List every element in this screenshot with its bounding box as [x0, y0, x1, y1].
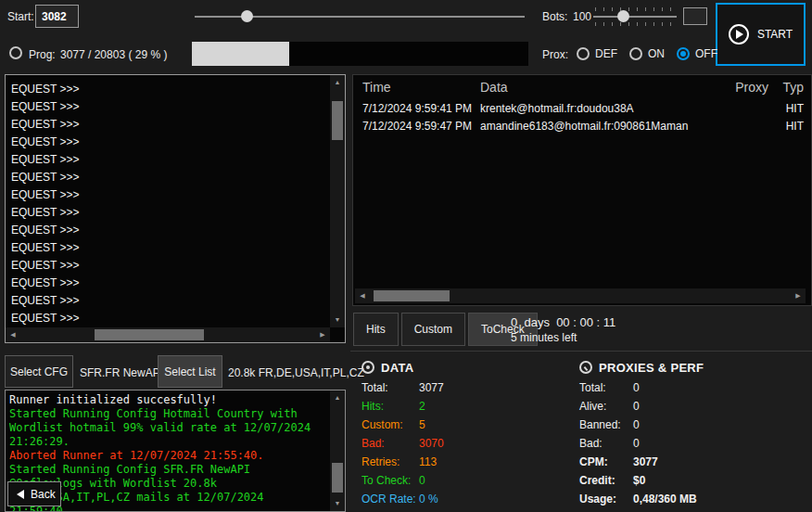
request-list-lines: EQUEST >>>EQUEST >>>EQUEST >>>EQUEST >>>…	[7, 81, 327, 325]
log-vscrollbar[interactable]: ▲ ▼	[330, 390, 345, 511]
stat-alive: Alive:0	[579, 397, 809, 416]
start-slider[interactable]	[195, 6, 525, 27]
request-line[interactable]: EQUEST >>>	[7, 239, 327, 257]
config-name: SFR.FR NewAPI	[80, 366, 163, 379]
request-line[interactable]: EQUEST >>>	[7, 169, 327, 186]
request-line[interactable]: EQUEST >>>	[7, 134, 327, 151]
prox-option-def[interactable]: DEF	[577, 47, 617, 60]
request-line[interactable]: EQUEST >>>	[7, 186, 327, 204]
result-row[interactable]: 7/12/2024 9:59:47 PMamandine6183@hotmail…	[353, 117, 811, 134]
stat-value: 0	[633, 381, 640, 394]
prox-radio-off[interactable]	[677, 47, 690, 60]
bots-slider-thumb[interactable]	[617, 10, 629, 22]
data-panel-title: DATA	[381, 361, 413, 375]
request-line[interactable]: EQUEST >>>	[7, 275, 327, 292]
log-line: Aborted Runner at 12/07/2024 21:55:40.	[9, 449, 326, 463]
scroll-left-icon[interactable]: ◀	[6, 327, 20, 342]
request-line[interactable]: EQUEST >>>	[7, 98, 327, 116]
prox-options: DEFONOFF	[577, 42, 717, 66]
select-list-button[interactable]: Select List	[158, 355, 222, 388]
prox-option-off[interactable]: OFF	[677, 47, 717, 60]
back-button[interactable]: Back	[7, 481, 61, 506]
stat-label: CPM:	[579, 455, 633, 468]
request-list-vscrollbar[interactable]: ▲ ▼	[330, 75, 345, 327]
request-list-hscrollbar[interactable]: ◀ ▶	[6, 327, 330, 342]
prox-label: Prox:	[542, 48, 568, 61]
scroll-up-icon[interactable]: ▲	[330, 75, 345, 90]
prog-radio[interactable]	[9, 46, 22, 59]
back-arrow-icon	[17, 490, 24, 499]
bots-slider[interactable]	[593, 6, 677, 27]
select-cfg-button[interactable]: Select CFG	[5, 355, 73, 388]
request-line[interactable]: EQUEST >>>	[7, 222, 327, 239]
proxies-perf-icon	[579, 361, 592, 374]
stat-value: 113	[419, 455, 437, 468]
stat-label: Total:	[579, 381, 633, 394]
scroll-right-icon[interactable]: ▶	[315, 327, 330, 342]
request-list-vscroll-thumb[interactable]	[332, 101, 343, 140]
bots-label: Bots:	[542, 10, 567, 23]
proxies-panel: PROXIES & PERF Total:0Alive:0Banned:0Bad…	[579, 358, 809, 508]
prox-option-label: ON	[648, 47, 665, 60]
data-panel-stats: Total:3077Hits:2Custom:5Bad:3070Retries:…	[362, 378, 570, 508]
cell-data: krentek@hotmail.fr:doudou38A	[476, 102, 715, 115]
scroll-left-icon[interactable]: ◀	[355, 288, 370, 303]
data-panel: DATA Total:3077Hits:2Custom:5Bad:3070Ret…	[362, 358, 570, 508]
bots-slider-ticks-top	[595, 7, 675, 11]
stat-value: 0,48/360 MB	[633, 493, 697, 506]
start-label: Start:	[7, 10, 34, 23]
cell-data: amandine6183@hotmail.fr:090861Maman	[476, 120, 715, 133]
result-row[interactable]: 7/12/2024 9:59:41 PMkrentek@hotmail.fr:d…	[353, 99, 811, 117]
stat-value: 3077	[633, 455, 658, 468]
request-line[interactable]: EQUEST >>>	[7, 151, 327, 169]
wordlist-name: 20.8k FR,DE,USA,IT,PL,CZ	[228, 366, 364, 379]
stat-label: Banned:	[579, 418, 633, 431]
request-line[interactable]: EQUEST >>>	[7, 257, 327, 275]
stat-value: 2	[419, 400, 425, 413]
start-input[interactable]: 3082	[35, 5, 79, 28]
stat-total: Total:0	[579, 378, 809, 397]
result-tabs: HitsCustomToCheck	[353, 312, 538, 347]
scroll-down-icon[interactable]: ▼	[330, 313, 345, 327]
results-rows: 7/12/2024 9:59:41 PMkrentek@hotmail.fr:d…	[353, 99, 811, 134]
scroll-right-icon[interactable]: ▶	[791, 288, 806, 303]
prox-option-on[interactable]: ON	[629, 47, 665, 60]
stat-value: 0 %	[419, 493, 438, 506]
request-line[interactable]: EQUEST >>>	[7, 116, 327, 134]
request-line[interactable]: EQUEST >>>	[7, 310, 327, 325]
request-list-hscroll-thumb[interactable]	[95, 329, 204, 340]
stat-value: 0	[633, 400, 640, 413]
results-hscrollbar[interactable]: ◀ ▶	[355, 288, 806, 303]
stat-label: Hits:	[362, 400, 419, 413]
scroll-up-icon[interactable]: ▲	[330, 390, 345, 405]
bots-slider-ticks-bottom	[595, 22, 675, 26]
stat-value: $0	[633, 474, 645, 487]
stat-label: Custom:	[362, 418, 419, 431]
stat-label: Bad:	[579, 437, 633, 450]
results-header: Time Data Proxy Typ	[353, 75, 811, 99]
data-icon	[362, 361, 374, 374]
results-hscroll-thumb[interactable]	[374, 290, 450, 301]
bots-input[interactable]	[683, 7, 707, 25]
start-slider-thumb[interactable]	[241, 10, 253, 22]
col-type[interactable]: Typ	[768, 80, 811, 95]
request-line[interactable]: EQUEST >>>	[7, 292, 327, 310]
stat-label: To Check:	[362, 474, 419, 487]
col-proxy[interactable]: Proxy	[715, 80, 768, 95]
col-time[interactable]: Time	[353, 80, 476, 95]
stat-bad: Bad:3070	[362, 434, 570, 453]
log-vscroll-thumb[interactable]	[332, 463, 343, 493]
tab-custom[interactable]: Custom	[401, 313, 465, 346]
col-data[interactable]: Data	[476, 80, 715, 95]
start-button[interactable]: START	[716, 3, 806, 66]
section-divider	[350, 351, 812, 352]
request-line[interactable]: EQUEST >>>	[7, 204, 327, 222]
prox-radio-on[interactable]	[629, 47, 642, 60]
tab-hits[interactable]: Hits	[353, 313, 399, 346]
stat-total: Total:3077	[362, 378, 570, 397]
stat-label: OCR Rate:	[362, 493, 419, 506]
scroll-down-icon[interactable]: ▼	[330, 496, 345, 511]
stat-value: 3070	[419, 437, 444, 450]
request-line[interactable]: EQUEST >>>	[7, 81, 327, 98]
prox-radio-def[interactable]	[577, 47, 590, 60]
